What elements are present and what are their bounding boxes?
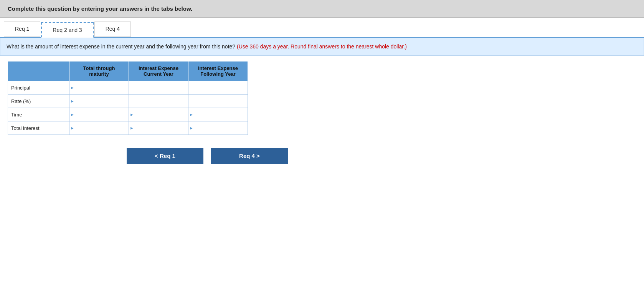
principal-current[interactable] <box>129 81 188 95</box>
question-banner: What is the amount of interest expense i… <box>0 38 644 56</box>
header-col0 <box>8 61 69 81</box>
principal-total-input[interactable] <box>72 83 126 93</box>
arrow-icon: ► <box>70 112 74 117</box>
principal-current-input[interactable] <box>131 83 186 93</box>
table-row-rate: Rate (%) ► <box>8 95 248 108</box>
total-interest-following-input[interactable] <box>191 123 245 133</box>
question-main-text: What is the amount of interest expense i… <box>7 43 235 50</box>
table-row-principal: Principal ► <box>8 81 248 95</box>
prev-button[interactable]: < Req 1 <box>127 148 203 164</box>
principal-total[interactable]: ► <box>69 81 129 95</box>
header-col1: Total through maturity <box>69 61 129 81</box>
time-following-input[interactable] <box>191 110 245 120</box>
arrow-icon: ► <box>130 126 134 130</box>
tab-req4[interactable]: Req 4 <box>94 22 131 37</box>
rate-following[interactable] <box>188 95 248 108</box>
buttons-row: < Req 1 Req 4 > <box>123 140 644 171</box>
arrow-icon: ► <box>70 99 74 103</box>
total-interest-current[interactable]: ► <box>129 121 188 135</box>
banner-text: Complete this question by entering your … <box>8 5 192 12</box>
rate-total-input[interactable] <box>72 96 126 106</box>
row-label-principal: Principal <box>8 81 69 95</box>
tab-req23[interactable]: Req 2 and 3 <box>41 22 93 38</box>
row-label-total-interest: Total interest <box>8 121 69 135</box>
total-interest-following[interactable]: ► <box>188 121 248 135</box>
arrow-icon: ► <box>189 126 193 130</box>
rate-current-input[interactable] <box>131 96 186 106</box>
table-row-total-interest: Total interest ► ► ► <box>8 121 248 135</box>
principal-following[interactable] <box>188 81 248 95</box>
table-section: Total through maturity Interest Expense … <box>0 56 644 140</box>
top-banner: Complete this question by entering your … <box>0 0 644 18</box>
time-current[interactable]: ► <box>129 108 188 121</box>
header-col3: Interest Expense Following Year <box>188 61 248 81</box>
time-total[interactable]: ► <box>69 108 129 121</box>
principal-following-input[interactable] <box>191 83 245 93</box>
arrow-icon: ► <box>189 112 193 117</box>
row-label-rate: Rate (%) <box>8 95 69 108</box>
row-label-time: Time <box>8 108 69 121</box>
tabs-row: Req 1 Req 2 and 3 Req 4 <box>0 18 644 38</box>
rate-current[interactable] <box>129 95 188 108</box>
time-following[interactable]: ► <box>188 108 248 121</box>
tab-req1[interactable]: Req 1 <box>4 22 40 37</box>
table-row-time: Time ► ► ► <box>8 108 248 121</box>
time-total-input[interactable] <box>72 110 126 120</box>
total-interest-total[interactable]: ► <box>69 121 129 135</box>
arrow-icon: ► <box>130 112 134 117</box>
next-button[interactable]: Req 4 > <box>211 148 288 164</box>
total-interest-total-input[interactable] <box>72 123 126 133</box>
question-red-text: (Use 360 days a year. Round final answer… <box>237 43 407 50</box>
time-current-input[interactable] <box>131 110 186 120</box>
total-interest-current-input[interactable] <box>131 123 186 133</box>
arrow-icon: ► <box>70 85 74 90</box>
header-col2: Interest Expense Current Year <box>129 61 188 81</box>
interest-expense-table: Total through maturity Interest Expense … <box>8 61 248 135</box>
rate-following-input[interactable] <box>191 96 245 106</box>
arrow-icon: ► <box>70 126 74 130</box>
rate-total[interactable]: ► <box>69 95 129 108</box>
